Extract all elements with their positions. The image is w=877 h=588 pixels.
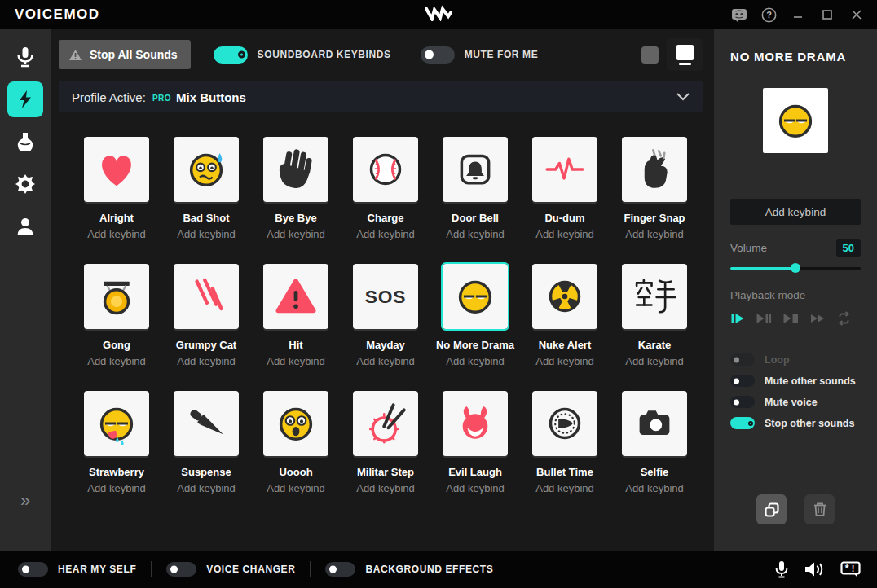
sound-tile-bullet-time[interactable]: Bullet TimeAdd keybind (520, 391, 610, 494)
add-keybind-link[interactable]: Add keybind (87, 228, 146, 240)
add-keybind-link[interactable]: Add keybind (267, 482, 325, 494)
bottom-toggle-group-voice-changer: VOICE CHANGER (166, 562, 295, 577)
toggle-background-effects[interactable] (325, 562, 355, 577)
microphone-status-icon[interactable] (775, 560, 788, 578)
add-keybind-link[interactable]: Add keybind (356, 355, 415, 367)
stop-all-sounds-button[interactable]: Stop All Sounds (59, 40, 191, 69)
sound-tile-finger-snap[interactable]: Finger SnapAdd keybind (610, 137, 699, 240)
playback-fast-forward-icon[interactable] (809, 311, 826, 326)
sound-detail-panel: NO MORE DRAMA Add keybind Volume 50 Play… (714, 29, 877, 551)
sound-tile-charge[interactable]: ChargeAdd keybind (341, 137, 430, 240)
speaker-icon[interactable] (804, 561, 824, 577)
add-keybind-link[interactable]: Add keybind (625, 228, 684, 240)
add-keybind-link[interactable]: Add keybind (625, 355, 684, 367)
maximize-button[interactable] (815, 4, 840, 25)
minimize-button[interactable] (786, 4, 810, 25)
playback-loop-icon[interactable] (836, 311, 852, 326)
bottom-toggle-label: VOICE CHANGER (206, 564, 295, 575)
add-keybind-link[interactable]: Add keybind (177, 482, 236, 494)
sound-tile-suspense[interactable]: SuspenseAdd keybind (161, 391, 251, 494)
sidebar: » (0, 29, 51, 551)
add-keybind-link[interactable]: Add keybind (356, 482, 415, 494)
tongue-face-icon (84, 391, 149, 456)
add-keybind-link[interactable]: Add keybind (446, 355, 505, 367)
add-keybind-link[interactable]: Add keybind (535, 482, 594, 494)
sound-tile-bye-bye[interactable]: Bye ByeAdd keybind (251, 137, 341, 240)
playback-play-pause-icon[interactable] (756, 311, 772, 326)
add-keybind-link[interactable]: Add keybind (87, 355, 146, 367)
copy-icon (764, 502, 780, 518)
add-keybind-link[interactable]: Add keybind (535, 355, 594, 367)
mute-for-me-toggle[interactable] (421, 46, 455, 64)
main-content: Stop All Sounds SOUNDBOARD KEYBINDS MUTE… (51, 29, 714, 551)
option-label: Mute voice (765, 397, 818, 408)
microphone-icon (16, 46, 34, 68)
sound-tile-evil-laugh[interactable]: Evil LaughAdd keybind (430, 391, 520, 494)
toggle-mute-other-sounds[interactable] (730, 375, 755, 387)
duplicate-sound-button[interactable] (756, 494, 787, 524)
baseball-icon (353, 137, 418, 202)
toggle-voice-changer[interactable] (166, 562, 196, 577)
tile-view-toggle[interactable] (667, 38, 703, 71)
sidebar-item-microphone[interactable] (7, 39, 43, 75)
sidebar-item-account[interactable] (7, 208, 43, 244)
toggle-stop-other-sounds[interactable] (730, 417, 755, 429)
toggle-hear-my-self[interactable] (18, 562, 48, 577)
toggle-loop[interactable] (730, 353, 755, 366)
option-mute-other-sounds: Mute other sounds (730, 375, 861, 387)
sound-tile-door-bell[interactable]: Door BellAdd keybind (430, 137, 520, 240)
add-keybind-link[interactable]: Add keybind (446, 228, 505, 240)
detail-add-keybind-button[interactable]: Add keybind (730, 199, 861, 225)
sound-tile-bad-shot[interactable]: Bad ShotAdd keybind (161, 137, 251, 240)
sidebar-item-settings[interactable] (7, 166, 43, 202)
sound-tile-hit[interactable]: HitAdd keybind (251, 264, 341, 367)
divider (151, 561, 152, 577)
option-label: Loop (765, 354, 790, 366)
sidebar-expand-chevrons[interactable]: » (0, 492, 51, 510)
playback-play-stop-icon[interactable] (782, 311, 799, 326)
compact-view-toggle[interactable] (641, 46, 659, 64)
sound-tile-uoooh[interactable]: UooohAdd keybind (251, 391, 341, 494)
sound-tile-no-more-drama[interactable]: No More DramaAdd keybind (430, 264, 520, 367)
sound-tile-karate[interactable]: KarateAdd keybind (610, 264, 699, 367)
sound-tile-nuke-alert[interactable]: Nuke AlertAdd keybind (520, 264, 610, 367)
close-button[interactable] (844, 4, 869, 25)
soundboard-keybinds-toggle[interactable] (214, 46, 248, 64)
add-keybind-link[interactable]: Add keybind (87, 482, 146, 494)
delete-sound-button[interactable] (804, 494, 835, 524)
sound-tile-du-dum[interactable]: Du-dumAdd keybind (520, 137, 610, 240)
sound-tile-militar-step[interactable]: Militar StepAdd keybind (341, 391, 430, 494)
discord-icon[interactable] (727, 4, 751, 25)
sidebar-item-soundboard[interactable] (7, 81, 43, 117)
sound-name: Strawberry (89, 466, 144, 478)
volume-slider-knob[interactable] (791, 263, 800, 273)
add-keybind-link[interactable]: Add keybind (535, 228, 594, 240)
toggle-mute-voice[interactable] (730, 396, 755, 408)
sound-tile-mayday[interactable]: SOSMaydayAdd keybind (341, 264, 430, 367)
sidebar-item-voicelab[interactable] (7, 124, 43, 160)
add-keybind-link[interactable]: Add keybind (177, 228, 236, 240)
sound-tile-alright[interactable]: AlrightAdd keybind (72, 137, 161, 240)
playback-play-icon[interactable] (730, 311, 745, 326)
add-keybind-link[interactable]: Add keybind (625, 482, 684, 494)
feedback-bubble-icon[interactable]: *! (840, 561, 861, 578)
add-keybind-link[interactable]: Add keybind (267, 228, 325, 240)
warning-triangle-icon (68, 49, 82, 61)
sound-tile-gong[interactable]: GongAdd keybind (72, 264, 161, 367)
volume-slider[interactable] (730, 263, 861, 273)
sound-tile-grumpy-cat[interactable]: Grumpy CatAdd keybind (161, 264, 251, 367)
profile-selector[interactable]: Profile Active: PRO Mix Buttons (59, 81, 703, 112)
profile-active-label: Profile Active: (72, 90, 146, 104)
knife-icon (174, 391, 239, 456)
add-keybind-link[interactable]: Add keybind (446, 482, 505, 494)
add-keybind-link[interactable]: Add keybind (356, 228, 415, 240)
add-keybind-link[interactable]: Add keybind (177, 355, 236, 367)
add-keybind-link[interactable]: Add keybind (267, 355, 325, 367)
sound-name: Bye Bye (275, 212, 316, 224)
heartbeat-icon (532, 137, 597, 202)
sound-tile-strawberry[interactable]: StrawberryAdd keybind (72, 391, 161, 494)
bullet-icon (532, 391, 597, 456)
sound-tile-selfie[interactable]: SelfieAdd keybind (610, 391, 699, 494)
soundboard-toolbar: Stop All Sounds SOUNDBOARD KEYBINDS MUTE… (59, 39, 703, 70)
help-icon[interactable]: ? (756, 4, 781, 25)
